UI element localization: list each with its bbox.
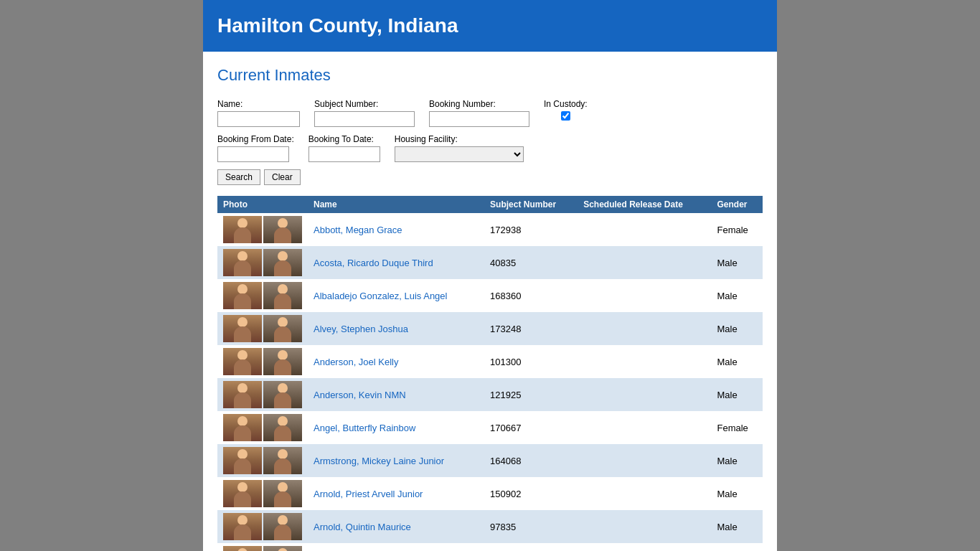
release-date-cell: [578, 378, 711, 411]
name-cell[interactable]: Avilez-Velazquez, Enzo Romario: [308, 543, 484, 551]
photo-img-2: [263, 480, 302, 507]
gender-cell: Male: [711, 510, 763, 543]
booking-from-label: Booking From Date:: [217, 134, 294, 144]
photo-cell: [217, 477, 308, 510]
gender-cell: Male: [711, 444, 763, 477]
inmate-name-link[interactable]: Armstrong, Mickey Laine Junior: [314, 456, 444, 466]
col-subject-number: Subject Number: [484, 196, 578, 213]
table-row: Arnold, Priest Arvell Junior150902Male: [217, 477, 763, 510]
photo-img-2: [263, 513, 302, 540]
table-body: Abbott, Megan Grace172938Female Acosta, …: [217, 213, 763, 551]
photo-pair: [223, 282, 302, 309]
photo-cell: [217, 378, 308, 411]
table-row: Acosta, Ricardo Duque Third40835Male: [217, 246, 763, 279]
in-custody-field-group: In Custody:: [544, 99, 588, 121]
form-row-1: Name: Subject Number: Booking Number: In…: [217, 99, 763, 127]
form-row-2: Booking From Date: Booking To Date: Hous…: [217, 134, 763, 162]
photo-img-2: [263, 414, 302, 441]
release-date-cell: [578, 543, 711, 551]
subject-number-cell: 173248: [484, 312, 578, 345]
release-date-cell: [578, 510, 711, 543]
photo-img-1: [223, 546, 262, 551]
col-release-date: Scheduled Release Date: [578, 196, 711, 213]
subject-number-cell: 97835: [484, 510, 578, 543]
name-cell[interactable]: Albaladejo Gonzalez, Luis Angel: [308, 279, 484, 312]
gender-cell: Female: [711, 213, 763, 246]
housing-facility-select[interactable]: [395, 146, 524, 162]
booking-from-input[interactable]: [217, 146, 289, 162]
photo-pair: [223, 546, 302, 551]
inmate-name-link[interactable]: Angel, Butterfly Rainbow: [314, 423, 415, 433]
photo-img-1: [223, 216, 262, 243]
booking-to-input[interactable]: [308, 146, 380, 162]
photo-pair: [223, 480, 302, 507]
table-row: Anderson, Joel Kelly101300Male: [217, 345, 763, 378]
name-cell[interactable]: Abbott, Megan Grace: [308, 213, 484, 246]
page-title: Current Inmates: [217, 66, 763, 85]
name-cell[interactable]: Acosta, Ricardo Duque Third: [308, 246, 484, 279]
clear-button[interactable]: Clear: [264, 169, 301, 185]
gender-cell: Male: [711, 312, 763, 345]
subject-number-cell: 101300: [484, 345, 578, 378]
name-label: Name:: [217, 99, 300, 109]
name-cell[interactable]: Alvey, Stephen Joshua: [308, 312, 484, 345]
booking-number-input[interactable]: [429, 111, 529, 127]
photo-cell: [217, 345, 308, 378]
name-cell[interactable]: Anderson, Joel Kelly: [308, 345, 484, 378]
booking-number-label: Booking Number:: [429, 99, 529, 109]
photo-img-2: [263, 447, 302, 474]
photo-pair: [223, 513, 302, 540]
photo-cell: [217, 510, 308, 543]
table-row: Armstrong, Mickey Laine Junior164068Male: [217, 444, 763, 477]
name-cell[interactable]: Armstrong, Mickey Laine Junior: [308, 444, 484, 477]
photo-pair: [223, 414, 302, 441]
table-header: Photo Name Subject Number Scheduled Rele…: [217, 196, 763, 213]
release-date-cell: [578, 411, 711, 444]
site-title: Hamilton County, Indiana: [217, 14, 763, 37]
gender-cell: Male: [711, 246, 763, 279]
in-custody-checkbox[interactable]: [544, 111, 588, 121]
col-photo: Photo: [217, 196, 308, 213]
table-header-row: Photo Name Subject Number Scheduled Rele…: [217, 196, 763, 213]
photo-img-1: [223, 447, 262, 474]
housing-facility-label: Housing Facility:: [395, 134, 524, 144]
inmate-name-link[interactable]: Acosta, Ricardo Duque Third: [314, 258, 433, 268]
photo-pair: [223, 249, 302, 276]
booking-to-label: Booking To Date:: [308, 134, 380, 144]
inmate-name-link[interactable]: Abbott, Megan Grace: [314, 225, 402, 235]
release-date-cell: [578, 312, 711, 345]
in-custody-label: In Custody:: [544, 99, 588, 109]
photo-img-1: [223, 249, 262, 276]
subject-number-input[interactable]: [314, 111, 415, 127]
photo-img-1: [223, 315, 262, 342]
search-form: Name: Subject Number: Booking Number: In…: [217, 99, 763, 185]
photo-cell: [217, 543, 308, 551]
inmate-name-link[interactable]: Anderson, Joel Kelly: [314, 357, 399, 367]
inmate-name-link[interactable]: Albaladejo Gonzalez, Luis Angel: [314, 291, 447, 301]
photo-img-2: [263, 546, 302, 551]
subject-number-cell: 164068: [484, 444, 578, 477]
inmate-name-link[interactable]: Arnold, Quintin Maurice: [314, 522, 411, 532]
subject-number-cell: 150902: [484, 477, 578, 510]
search-button[interactable]: Search: [217, 169, 260, 185]
table-row: Albaladejo Gonzalez, Luis Angel168360Mal…: [217, 279, 763, 312]
button-row: Search Clear: [217, 169, 763, 185]
photo-img-2: [263, 348, 302, 375]
photo-pair: [223, 216, 302, 243]
subject-number-cell: 172938: [484, 213, 578, 246]
inmate-name-link[interactable]: Alvey, Stephen Joshua: [314, 324, 408, 334]
inmate-name-link[interactable]: Arnold, Priest Arvell Junior: [314, 489, 423, 499]
name-cell[interactable]: Angel, Butterfly Rainbow: [308, 411, 484, 444]
name-cell[interactable]: Arnold, Quintin Maurice: [308, 510, 484, 543]
name-cell[interactable]: Anderson, Kevin NMN: [308, 378, 484, 411]
name-cell[interactable]: Arnold, Priest Arvell Junior: [308, 477, 484, 510]
table-row: Alvey, Stephen Joshua173248Male: [217, 312, 763, 345]
inmate-name-link[interactable]: Anderson, Kevin NMN: [314, 390, 406, 400]
name-input[interactable]: [217, 111, 300, 127]
table-row: Abbott, Megan Grace172938Female: [217, 213, 763, 246]
subject-number-cell: 121925: [484, 378, 578, 411]
photo-cell: [217, 246, 308, 279]
site-header: Hamilton County, Indiana: [203, 0, 777, 52]
photo-img-2: [263, 315, 302, 342]
photo-img-1: [223, 282, 262, 309]
